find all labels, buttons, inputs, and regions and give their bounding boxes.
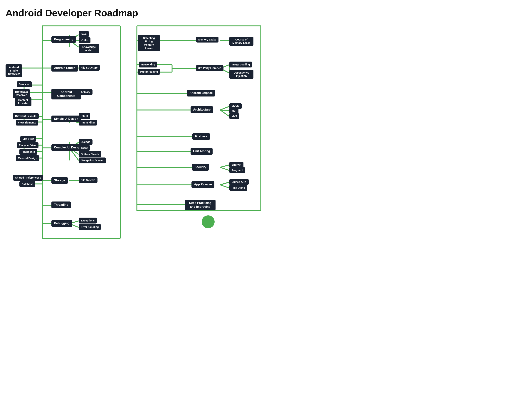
file-structure-node: File Structure bbox=[79, 65, 100, 71]
dialogs-node: Dialogs bbox=[79, 139, 92, 145]
different-layouts-node: Different Layouts bbox=[13, 113, 39, 119]
right-panel: Detecting Fixing Memory Leaks Memory Lea… bbox=[135, 26, 512, 240]
proguard-node: Proguard bbox=[229, 167, 245, 173]
multithreading-node: Multithreading bbox=[138, 69, 160, 75]
play-stone-node: Play Stone bbox=[229, 185, 247, 191]
error-handling-node: Error handling bbox=[79, 224, 101, 230]
toast-node: Toast bbox=[79, 145, 90, 151]
security-node: Security bbox=[192, 164, 209, 171]
keep-practicing-node: Keep Practicing and Improving bbox=[185, 200, 215, 210]
content-provider-node: Content Provider bbox=[15, 97, 31, 106]
intent-filter-node: Intent Filter bbox=[79, 120, 97, 126]
kotlin-node: Kotlin bbox=[79, 37, 91, 43]
recycler-view-node: Recycler View bbox=[17, 142, 38, 148]
android-jetpack-node: Android Jetpack bbox=[187, 90, 215, 97]
intent-node: Intent bbox=[79, 113, 90, 119]
bottom-sheets-node: Bottom Sheets bbox=[79, 151, 101, 157]
view-elements-node: View Elements bbox=[16, 120, 38, 126]
storage-node: Storage bbox=[51, 177, 68, 184]
mvi-node: MVI bbox=[229, 108, 238, 114]
debugging-node: Debugging bbox=[51, 220, 72, 227]
services-node: Services bbox=[17, 81, 32, 87]
android-studio-overview-node: Android Studio Overview bbox=[6, 64, 22, 77]
encrypt-node: Encrypt bbox=[229, 162, 244, 168]
page-title: Android Developer Roadmap bbox=[6, 8, 512, 18]
java-node: Java bbox=[79, 31, 89, 37]
image-loading-node: Image Loading bbox=[229, 61, 252, 68]
fragments-node: Fragments bbox=[19, 149, 37, 155]
course-memory-leaks-node: Course of Memory Leaks bbox=[229, 37, 253, 46]
simple-ui-design-node: Simple UI Design bbox=[51, 116, 81, 122]
dependency-injection-node: Dependency Injection bbox=[229, 70, 253, 79]
roadmap-container: Programming Java Kotlin Knowledge in XML… bbox=[6, 26, 512, 240]
threading-node: Threading bbox=[51, 202, 71, 208]
android-components-node: Android Components bbox=[51, 89, 81, 99]
file-system-node: File System bbox=[79, 177, 98, 183]
architecture-node: Architecture bbox=[190, 106, 213, 113]
activity-node: Activity bbox=[79, 89, 92, 95]
android-studio-node: Android Studio bbox=[51, 65, 78, 72]
navigation-drawer-node: Navigation Drawer bbox=[79, 158, 106, 163]
mvp-node: MVP bbox=[229, 113, 239, 119]
programming-node: Programming bbox=[51, 36, 76, 43]
memory-leaks-node: Memory Leaks bbox=[196, 37, 219, 43]
firebase-node: Firebase bbox=[192, 133, 210, 140]
detecting-fixing-node: Detecting Fixing Memory Leaks bbox=[138, 35, 160, 51]
material-design-node: Material Design bbox=[16, 155, 39, 161]
exceptions-node: Exceptions bbox=[79, 218, 97, 224]
database-node: Database bbox=[19, 181, 35, 187]
broadcast-receiver-node: Broadcast Receiver bbox=[13, 89, 30, 98]
knowledge-xml-node: Knowledge in XML bbox=[79, 44, 99, 53]
app-release-node: App Release bbox=[191, 181, 214, 188]
left-panel: Programming Java Kotlin Knowledge in XML… bbox=[6, 26, 131, 240]
list-view-node: List View bbox=[20, 136, 36, 142]
shared-preferences-node: Shared Preferencees bbox=[13, 175, 43, 181]
networking-node: Networking bbox=[139, 61, 157, 68]
third-party-node: 3rd Party Libraries bbox=[196, 65, 223, 71]
signed-apk-node: Signed APK bbox=[229, 179, 249, 185]
unit-testing-node: Unit Testing bbox=[190, 148, 213, 155]
